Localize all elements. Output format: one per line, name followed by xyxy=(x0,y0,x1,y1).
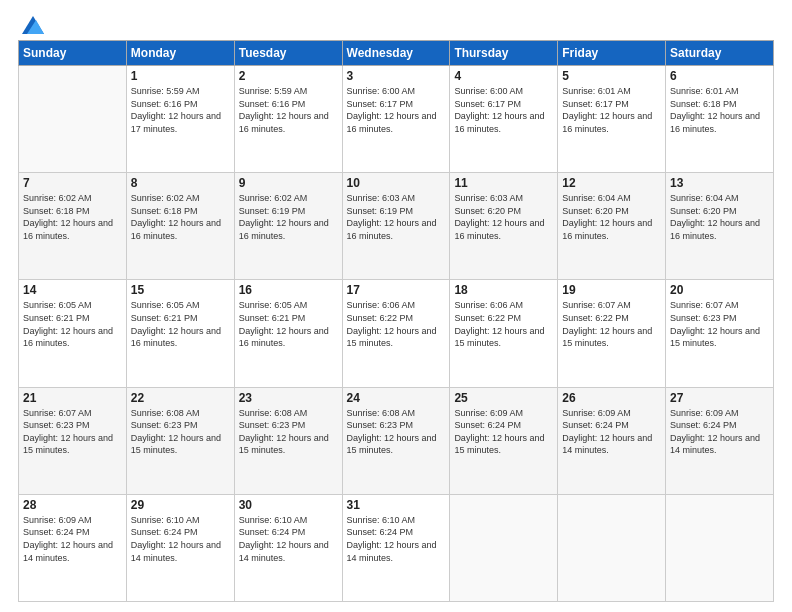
sunrise-label: Sunrise: 6:07 AM xyxy=(23,408,92,418)
page-header xyxy=(18,16,774,30)
sunrise-label: Sunrise: 6:04 AM xyxy=(670,193,739,203)
calendar-week-5: 28Sunrise: 6:09 AMSunset: 6:24 PMDayligh… xyxy=(19,494,774,601)
sunrise-label: Sunrise: 6:09 AM xyxy=(23,515,92,525)
calendar-cell: 12Sunrise: 6:04 AMSunset: 6:20 PMDayligh… xyxy=(558,173,666,280)
day-number: 2 xyxy=(239,69,338,83)
daylight-label: Daylight: 12 hours and 15 minutes. xyxy=(23,433,113,456)
calendar-cell: 17Sunrise: 6:06 AMSunset: 6:22 PMDayligh… xyxy=(342,280,450,387)
calendar-cell: 11Sunrise: 6:03 AMSunset: 6:20 PMDayligh… xyxy=(450,173,558,280)
calendar-cell: 5Sunrise: 6:01 AMSunset: 6:17 PMDaylight… xyxy=(558,66,666,173)
calendar-table: SundayMondayTuesdayWednesdayThursdayFrid… xyxy=(18,40,774,602)
daylight-label: Daylight: 12 hours and 16 minutes. xyxy=(23,326,113,349)
sunset-label: Sunset: 6:17 PM xyxy=(562,99,629,109)
sunset-label: Sunset: 6:22 PM xyxy=(454,313,521,323)
day-info: Sunrise: 6:10 AMSunset: 6:24 PMDaylight:… xyxy=(347,514,446,564)
calendar-cell: 13Sunrise: 6:04 AMSunset: 6:20 PMDayligh… xyxy=(666,173,774,280)
day-info: Sunrise: 6:07 AMSunset: 6:23 PMDaylight:… xyxy=(670,299,769,349)
day-info: Sunrise: 6:01 AMSunset: 6:17 PMDaylight:… xyxy=(562,85,661,135)
day-info: Sunrise: 6:05 AMSunset: 6:21 PMDaylight:… xyxy=(23,299,122,349)
day-header-wednesday: Wednesday xyxy=(342,41,450,66)
sunset-label: Sunset: 6:24 PM xyxy=(562,420,629,430)
day-number: 7 xyxy=(23,176,122,190)
sunrise-label: Sunrise: 6:03 AM xyxy=(454,193,523,203)
daylight-label: Daylight: 12 hours and 14 minutes. xyxy=(562,433,652,456)
calendar-cell: 30Sunrise: 6:10 AMSunset: 6:24 PMDayligh… xyxy=(234,494,342,601)
calendar-cell: 9Sunrise: 6:02 AMSunset: 6:19 PMDaylight… xyxy=(234,173,342,280)
sunrise-label: Sunrise: 6:05 AM xyxy=(131,300,200,310)
day-number: 30 xyxy=(239,498,338,512)
sunrise-label: Sunrise: 6:05 AM xyxy=(23,300,92,310)
day-number: 6 xyxy=(670,69,769,83)
sunset-label: Sunset: 6:21 PM xyxy=(131,313,198,323)
sunrise-label: Sunrise: 6:08 AM xyxy=(131,408,200,418)
day-info: Sunrise: 6:02 AMSunset: 6:18 PMDaylight:… xyxy=(131,192,230,242)
day-info: Sunrise: 6:10 AMSunset: 6:24 PMDaylight:… xyxy=(131,514,230,564)
calendar-cell: 26Sunrise: 6:09 AMSunset: 6:24 PMDayligh… xyxy=(558,387,666,494)
calendar-cell: 3Sunrise: 6:00 AMSunset: 6:17 PMDaylight… xyxy=(342,66,450,173)
calendar-week-1: 1Sunrise: 5:59 AMSunset: 6:16 PMDaylight… xyxy=(19,66,774,173)
calendar-header-row: SundayMondayTuesdayWednesdayThursdayFrid… xyxy=(19,41,774,66)
day-number: 26 xyxy=(562,391,661,405)
day-info: Sunrise: 6:08 AMSunset: 6:23 PMDaylight:… xyxy=(347,407,446,457)
day-number: 14 xyxy=(23,283,122,297)
day-number: 24 xyxy=(347,391,446,405)
day-number: 18 xyxy=(454,283,553,297)
calendar-cell xyxy=(19,66,127,173)
daylight-label: Daylight: 12 hours and 16 minutes. xyxy=(239,111,329,134)
daylight-label: Daylight: 12 hours and 16 minutes. xyxy=(239,326,329,349)
daylight-label: Daylight: 12 hours and 17 minutes. xyxy=(131,111,221,134)
sunset-label: Sunset: 6:18 PM xyxy=(670,99,737,109)
daylight-label: Daylight: 12 hours and 14 minutes. xyxy=(23,540,113,563)
sunset-label: Sunset: 6:23 PM xyxy=(347,420,414,430)
day-number: 15 xyxy=(131,283,230,297)
sunset-label: Sunset: 6:20 PM xyxy=(670,206,737,216)
sunrise-label: Sunrise: 6:09 AM xyxy=(562,408,631,418)
daylight-label: Daylight: 12 hours and 16 minutes. xyxy=(670,218,760,241)
sunset-label: Sunset: 6:16 PM xyxy=(131,99,198,109)
day-number: 29 xyxy=(131,498,230,512)
daylight-label: Daylight: 12 hours and 15 minutes. xyxy=(347,326,437,349)
calendar-cell: 23Sunrise: 6:08 AMSunset: 6:23 PMDayligh… xyxy=(234,387,342,494)
sunrise-label: Sunrise: 6:03 AM xyxy=(347,193,416,203)
sunrise-label: Sunrise: 6:09 AM xyxy=(670,408,739,418)
sunset-label: Sunset: 6:24 PM xyxy=(131,527,198,537)
day-header-thursday: Thursday xyxy=(450,41,558,66)
sunrise-label: Sunrise: 6:10 AM xyxy=(131,515,200,525)
sunrise-label: Sunrise: 5:59 AM xyxy=(239,86,308,96)
daylight-label: Daylight: 12 hours and 16 minutes. xyxy=(454,111,544,134)
calendar-cell xyxy=(558,494,666,601)
calendar-cell: 14Sunrise: 6:05 AMSunset: 6:21 PMDayligh… xyxy=(19,280,127,387)
sunset-label: Sunset: 6:16 PM xyxy=(239,99,306,109)
daylight-label: Daylight: 12 hours and 16 minutes. xyxy=(670,111,760,134)
sunset-label: Sunset: 6:18 PM xyxy=(131,206,198,216)
calendar-cell: 8Sunrise: 6:02 AMSunset: 6:18 PMDaylight… xyxy=(126,173,234,280)
calendar-cell: 16Sunrise: 6:05 AMSunset: 6:21 PMDayligh… xyxy=(234,280,342,387)
daylight-label: Daylight: 12 hours and 15 minutes. xyxy=(562,326,652,349)
sunrise-label: Sunrise: 6:07 AM xyxy=(670,300,739,310)
daylight-label: Daylight: 12 hours and 16 minutes. xyxy=(562,218,652,241)
sunrise-label: Sunrise: 6:01 AM xyxy=(670,86,739,96)
calendar-cell: 22Sunrise: 6:08 AMSunset: 6:23 PMDayligh… xyxy=(126,387,234,494)
day-number: 25 xyxy=(454,391,553,405)
sunrise-label: Sunrise: 6:01 AM xyxy=(562,86,631,96)
day-info: Sunrise: 5:59 AMSunset: 6:16 PMDaylight:… xyxy=(131,85,230,135)
sunset-label: Sunset: 6:24 PM xyxy=(670,420,737,430)
sunset-label: Sunset: 6:24 PM xyxy=(239,527,306,537)
day-header-tuesday: Tuesday xyxy=(234,41,342,66)
day-number: 10 xyxy=(347,176,446,190)
sunrise-label: Sunrise: 6:02 AM xyxy=(131,193,200,203)
day-number: 20 xyxy=(670,283,769,297)
sunrise-label: Sunrise: 6:10 AM xyxy=(347,515,416,525)
daylight-label: Daylight: 12 hours and 16 minutes. xyxy=(454,218,544,241)
calendar-cell: 4Sunrise: 6:00 AMSunset: 6:17 PMDaylight… xyxy=(450,66,558,173)
day-number: 13 xyxy=(670,176,769,190)
sunset-label: Sunset: 6:19 PM xyxy=(239,206,306,216)
day-number: 9 xyxy=(239,176,338,190)
day-info: Sunrise: 5:59 AMSunset: 6:16 PMDaylight:… xyxy=(239,85,338,135)
day-number: 5 xyxy=(562,69,661,83)
daylight-label: Daylight: 12 hours and 15 minutes. xyxy=(454,433,544,456)
day-info: Sunrise: 6:04 AMSunset: 6:20 PMDaylight:… xyxy=(670,192,769,242)
calendar-week-4: 21Sunrise: 6:07 AMSunset: 6:23 PMDayligh… xyxy=(19,387,774,494)
sunrise-label: Sunrise: 6:00 AM xyxy=(347,86,416,96)
day-number: 27 xyxy=(670,391,769,405)
